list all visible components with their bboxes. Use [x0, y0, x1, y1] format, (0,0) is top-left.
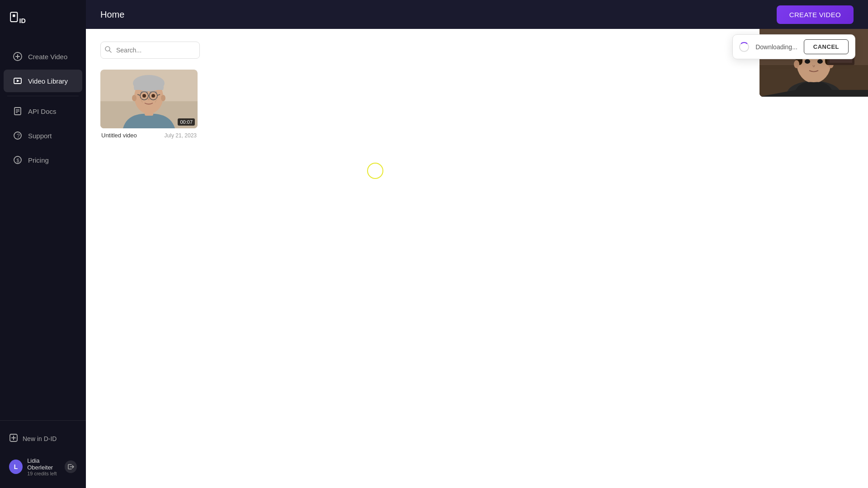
svg-point-45 — [142, 94, 146, 98]
sidebar-item-create-video[interactable]: Create Video — [4, 45, 82, 68]
search-container — [100, 42, 200, 59]
pricing-icon: $ — [13, 155, 23, 165]
user-area[interactable]: L Lidia Oberleiter 19 credits left — [4, 453, 82, 481]
user-credits: 19 credits left — [27, 471, 65, 476]
api-docs-icon — [13, 106, 23, 116]
user-details: Lidia Oberleiter 19 credits left — [27, 457, 65, 476]
sidebar: ID Create Video Video Library API Docs ? — [0, 0, 86, 488]
new-in-did-label: New in D-ID — [23, 435, 57, 442]
svg-point-48 — [161, 95, 165, 101]
sidebar-item-support[interactable]: ? Support — [4, 124, 82, 147]
divider — [7, 96, 79, 96]
avatar: L — [9, 460, 23, 474]
video-card[interactable]: 00:07 Untitled video July 21, 2023 — [100, 70, 198, 141]
create-video-icon — [13, 52, 23, 61]
downloading-text: Downloading... — [755, 43, 797, 51]
video-grid: 00:07 Untitled video July 21, 2023 — [100, 70, 854, 141]
svg-point-29 — [794, 60, 799, 68]
search-icon — [105, 46, 112, 54]
user-name: Lidia Oberleiter — [27, 457, 65, 471]
sidebar-item-label: Support — [28, 132, 52, 140]
svg-point-46 — [151, 94, 155, 98]
sidebar-bottom: New in D-ID L Lidia Oberleiter 19 credit… — [0, 420, 86, 488]
logout-icon[interactable] — [65, 460, 77, 473]
video-info: Untitled video July 21, 2023 — [100, 128, 198, 141]
video-duration: 00:07 — [178, 118, 195, 126]
svg-rect-1 — [13, 14, 15, 17]
svg-marker-7 — [17, 80, 19, 82]
new-in-did-icon — [9, 433, 18, 444]
main-content: Home CREATE VIDEO — [86, 0, 868, 488]
svg-text:ID: ID — [19, 17, 25, 24]
video-date: July 21, 2023 — [165, 132, 197, 139]
download-spinner — [739, 42, 749, 52]
new-in-did-item[interactable]: New in D-ID — [4, 428, 82, 449]
sidebar-item-label: Video Library — [28, 77, 68, 85]
logo-area: ID — [0, 0, 86, 40]
nav-items: Create Video Video Library API Docs ? Su… — [0, 40, 86, 420]
svg-text:$: $ — [17, 158, 19, 163]
page-title: Home — [100, 9, 124, 20]
topbar: Home CREATE VIDEO — [86, 0, 868, 29]
sidebar-item-video-library[interactable]: Video Library — [4, 70, 82, 92]
user-info: L Lidia Oberleiter 19 credits left — [9, 457, 65, 476]
video-library-icon — [13, 76, 23, 86]
cancel-button[interactable]: CANCEL — [804, 39, 849, 54]
support-icon: ? — [13, 131, 23, 141]
sidebar-item-pricing[interactable]: $ Pricing — [4, 149, 82, 171]
svg-point-47 — [132, 95, 137, 101]
svg-line-34 — [109, 51, 111, 52]
sidebar-item-label: Pricing — [28, 156, 49, 164]
svg-point-28 — [817, 59, 823, 64]
logo-icon: ID — [9, 11, 27, 29]
search-input[interactable] — [100, 42, 200, 59]
download-overlay: Downloading... CANCEL — [732, 34, 855, 59]
content-area: 00:07 Untitled video July 21, 2023 — [86, 29, 868, 488]
svg-point-27 — [805, 59, 810, 64]
sidebar-item-label: API Docs — [28, 108, 57, 115]
cursor-circle — [367, 163, 383, 179]
svg-text:?: ? — [17, 133, 20, 139]
sidebar-item-label: Create Video — [28, 53, 67, 61]
video-thumbnail: 00:07 — [100, 70, 198, 128]
create-video-button[interactable]: CREATE VIDEO — [777, 5, 854, 24]
video-title: Untitled video — [101, 132, 137, 139]
sidebar-item-api-docs[interactable]: API Docs — [4, 100, 82, 122]
